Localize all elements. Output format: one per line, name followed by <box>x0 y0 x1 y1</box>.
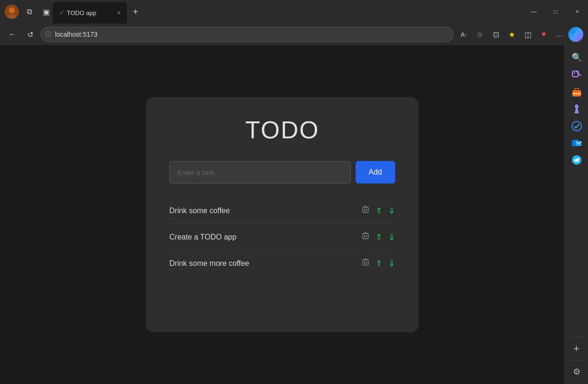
close-button[interactable]: × <box>566 0 588 24</box>
refresh-button[interactable]: ↺ <box>23 27 38 42</box>
move-down-icon[interactable]: ⇓ <box>388 232 395 242</box>
move-up-icon[interactable]: ⇑ <box>375 232 382 242</box>
tab-close-icon[interactable]: × <box>117 9 121 16</box>
sidebar-toggle-icon[interactable]: ▣ <box>40 5 53 18</box>
new-tab-button[interactable]: + <box>128 4 143 19</box>
favorites-icon[interactable]: ☆ <box>472 27 487 42</box>
move-up-icon[interactable]: ⇑ <box>375 206 382 216</box>
sidebar-divider-2 <box>570 360 584 360</box>
task-input[interactable] <box>169 161 351 184</box>
svg-point-19 <box>573 72 575 74</box>
right-sidebar: 🔍 <box>564 45 588 384</box>
list-item: Drink some coffee ⇑ ⇓ <box>169 198 395 224</box>
address-wrapper: ⓘ localhost:5173 <box>40 27 453 42</box>
main-content: TODO Add Drink some coffee <box>0 45 564 384</box>
title-bar-left: ⧉ ▣ <box>0 5 53 19</box>
item-actions: ⇑ ⇓ <box>361 232 395 242</box>
delete-icon[interactable] <box>361 205 370 216</box>
sidebar-tag-icon[interactable] <box>569 68 584 83</box>
sidebar-add-icon[interactable]: + <box>568 340 585 357</box>
feedback-icon[interactable]: ♥ <box>536 27 551 42</box>
task-text: Drink some coffee <box>169 207 361 215</box>
sidebar-chess-icon[interactable] <box>569 102 584 117</box>
active-tab[interactable]: ✓ TODO app × <box>53 2 128 24</box>
split-view-icon[interactable]: ⊡ <box>488 27 503 42</box>
sidebar-settings-icon[interactable]: ⚙ <box>568 363 585 380</box>
svg-point-24 <box>572 121 581 131</box>
sidebar-outlook-icon[interactable] <box>569 136 584 151</box>
wallet-icon[interactable]: ◫ <box>520 27 535 42</box>
sidebar-briefcase-icon[interactable] <box>569 85 584 100</box>
move-down-icon[interactable]: ⇓ <box>388 206 395 216</box>
svg-rect-8 <box>363 233 368 239</box>
browser-layout: TODO Add Drink some coffee <box>0 45 588 384</box>
item-actions: ⇑ ⇓ <box>361 258 395 269</box>
svg-rect-23 <box>574 112 579 113</box>
info-icon: ⓘ <box>45 30 51 39</box>
todo-app-title: TODO <box>169 116 395 144</box>
maximize-button[interactable]: □ <box>545 0 566 24</box>
tab-favicon: ✓ <box>59 9 64 16</box>
list-item: Drink some more coffee ⇑ <box>169 250 395 276</box>
url-bar[interactable]: localhost:5173 <box>40 27 453 42</box>
item-actions: ⇑ ⇓ <box>361 205 395 216</box>
back-button[interactable]: ← <box>5 27 20 42</box>
task-text: Create a TODO app <box>169 233 361 241</box>
todo-input-row: Add <box>169 161 395 184</box>
workspaces-icon[interactable]: ⧉ <box>23 5 36 18</box>
sidebar-viva-icon[interactable] <box>569 119 584 134</box>
list-item: Create a TODO app ⇑ ⇓ <box>169 224 395 250</box>
svg-rect-13 <box>363 260 368 265</box>
todo-list: Drink some coffee ⇑ ⇓ <box>169 198 395 276</box>
svg-rect-3 <box>363 207 368 212</box>
address-bar: ← ↺ ⓘ localhost:5173 A♪ ☆ ⊡ ★ ◫ ♥ … <box>0 24 588 45</box>
sidebar-divider <box>570 337 584 337</box>
avatar[interactable] <box>5 5 19 19</box>
move-up-icon[interactable]: ⇑ <box>375 258 382 269</box>
window-controls: — □ × <box>523 0 588 24</box>
read-aloud-icon[interactable]: A♪ <box>456 27 471 42</box>
delete-icon[interactable] <box>361 232 370 242</box>
toolbar-icons: A♪ ☆ ⊡ ★ ◫ ♥ … <box>456 27 583 42</box>
delete-icon[interactable] <box>361 258 370 269</box>
task-text: Drink some more coffee <box>169 259 361 268</box>
edge-copilot-icon[interactable] <box>568 27 583 42</box>
sidebar-search-icon[interactable]: 🔍 <box>568 49 585 66</box>
add-task-button[interactable]: Add <box>356 161 395 184</box>
move-down-icon[interactable]: ⇓ <box>388 258 395 269</box>
tabs-area: ✓ TODO app × + <box>53 0 523 24</box>
minimize-button[interactable]: — <box>523 0 545 24</box>
todo-card: TODO Add Drink some coffee <box>146 97 419 332</box>
more-options-icon[interactable]: … <box>552 27 567 42</box>
sidebar-telegram-icon[interactable] <box>569 152 584 168</box>
tab-title: TODO app <box>67 9 114 16</box>
svg-point-1 <box>9 8 15 13</box>
collections-icon[interactable]: ★ <box>504 27 519 42</box>
title-bar: ⧉ ▣ ✓ TODO app × + — □ × <box>0 0 588 24</box>
